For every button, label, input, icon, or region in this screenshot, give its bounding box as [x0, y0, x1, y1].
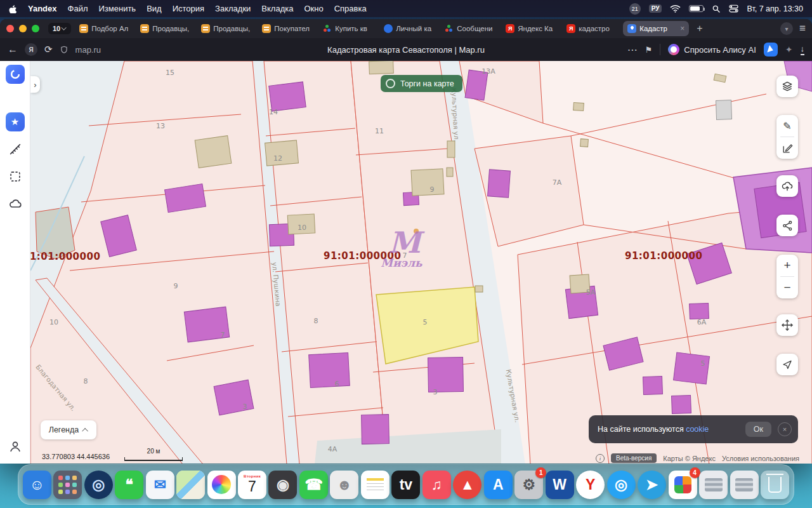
cadastral-map[interactable]: 1513141211109910877865334А13А7А5А6А591:0… [30, 61, 812, 464]
dock-icon-music[interactable]: ♫ [422, 471, 451, 499]
browser-tab[interactable]: кадастро [562, 21, 621, 36]
battery-icon[interactable] [689, 5, 704, 12]
dock-icon-folder-2[interactable] [730, 471, 759, 499]
draw-button[interactable] [776, 115, 798, 137]
tab-counter[interactable]: 10 [48, 23, 71, 34]
auctions-on-map-toggle[interactable]: Торги на карте [381, 75, 462, 92]
browser-tab[interactable]: Личный ка [379, 21, 438, 36]
menubar-item[interactable]: Окно [304, 4, 323, 13]
dock-icon-mail[interactable]: ✉ [146, 471, 174, 499]
wifi-icon[interactable] [670, 4, 681, 13]
minimize-window-button[interactable] [19, 25, 27, 32]
browser-menu-button[interactable] [799, 22, 806, 35]
reload-button[interactable] [44, 44, 53, 55]
cookie-ok-button[interactable]: Ок [745, 422, 771, 437]
svg-text:12: 12 [273, 154, 282, 163]
browser-tab[interactable]: Кадастр [623, 21, 689, 36]
apple-logo-icon[interactable] [9, 4, 17, 13]
my-location-button[interactable] [776, 354, 798, 375]
terms-link[interactable]: Условия использования [722, 455, 799, 462]
menubar-item[interactable]: Справка [334, 4, 367, 13]
share-button[interactable] [776, 215, 798, 236]
select-area-tool-icon[interactable] [6, 167, 25, 186]
dock-icon-word[interactable]: W [546, 471, 574, 499]
cloud-upload-button[interactable] [776, 175, 798, 197]
tab-close-icon[interactable] [680, 24, 684, 33]
dock-icon-trash[interactable] [761, 471, 789, 499]
new-tab-button[interactable] [693, 23, 706, 34]
profile-icon[interactable] [6, 437, 25, 456]
dock-icon-telemost[interactable]: ◎ [607, 471, 636, 499]
downloads-button[interactable] [801, 44, 805, 55]
menubar-clock[interactable]: Вт, 7 апр. 13:30 [747, 4, 803, 13]
back-button[interactable] [8, 44, 18, 55]
status-badge[interactable]: 21 [629, 3, 641, 15]
input-language-indicator[interactable]: РУ [649, 4, 662, 13]
browser-tab[interactable]: Сообщени [440, 21, 499, 36]
browser-tab[interactable]: Подбор Ал [75, 21, 134, 36]
info-icon[interactable]: i [596, 454, 605, 463]
map-viewport[interactable]: 1513141211109910877865334А13А7А5А6А591:0… [30, 61, 812, 464]
zoom-in-button[interactable] [776, 255, 798, 276]
zoom-window-button[interactable] [32, 25, 39, 32]
dock-icon-tv[interactable]: tv [391, 471, 420, 499]
alice-sidebar-icon[interactable] [6, 65, 25, 84]
dock-icon-maps[interactable] [176, 471, 205, 499]
control-center-icon[interactable] [729, 4, 738, 13]
menubar-item[interactable]: Закладки [215, 4, 251, 13]
menubar-item[interactable]: Вкладка [261, 4, 293, 13]
browser-tab[interactable]: Яндекс Ка [501, 21, 560, 36]
bookmark-flag-icon[interactable] [645, 45, 653, 55]
layers-button[interactable] [776, 76, 798, 97]
browser-tab[interactable]: Покупател [258, 21, 317, 36]
dock-icon-yandex-browser[interactable]: Y [576, 471, 605, 499]
menubar-item[interactable]: Файл [68, 4, 88, 13]
map-copyright[interactable]: Карты © Яндекс [663, 455, 716, 462]
dock-icon-messages[interactable]: ❝ [115, 471, 143, 499]
yandex-quick-button[interactable] [764, 43, 778, 57]
ask-alice-button[interactable]: Спросить Алису AI [668, 44, 756, 55]
dock-icon-launchpad[interactable] [53, 471, 82, 499]
dock-icon-phone[interactable]: ☎ [299, 471, 328, 499]
browser-tab[interactable]: Продавцы, [136, 21, 195, 36]
dock-icon-rocket[interactable]: ▲ [453, 471, 481, 499]
menubar-item[interactable]: История [173, 4, 204, 13]
zoom-out-button[interactable] [776, 277, 798, 298]
dock-icon-folder-1[interactable] [699, 471, 728, 499]
dock-icon-calendar[interactable]: Вторник7 [238, 471, 266, 499]
dock-icon-settings[interactable]: ⚙1 [514, 471, 543, 499]
dock-icon-app-store[interactable]: A [484, 471, 513, 499]
svg-text:9: 9 [430, 185, 435, 194]
dock-icon-browser-app[interactable]: ◎ [84, 471, 113, 499]
dock-icon-services-grid[interactable]: 4 [669, 471, 697, 499]
menubar-item[interactable]: Вид [147, 4, 162, 13]
browser-tab[interactable]: Купить кв [318, 21, 377, 36]
auctions-toggle-label: Торги на карте [400, 79, 454, 88]
tab-sync-button[interactable] [780, 22, 793, 35]
more-actions-button[interactable] [627, 44, 638, 56]
dock-icon-contacts[interactable]: ☻ [330, 471, 358, 499]
beta-badge: Beta-версия [611, 453, 657, 463]
browser-tab[interactable]: Продавцы, [197, 21, 256, 36]
sidebar-expander-button[interactable] [30, 76, 40, 93]
dock-icon-finder[interactable]: ☺ [23, 471, 51, 499]
measure-tool-icon[interactable] [6, 140, 25, 159]
dock-icon-notes[interactable] [361, 471, 390, 499]
legend-button[interactable]: Легенда [41, 420, 96, 439]
close-window-button[interactable] [6, 25, 14, 32]
dock-icon-photos[interactable] [207, 471, 236, 499]
cookie-link[interactable]: cookie [686, 425, 709, 434]
dock-icon-telegram[interactable]: ➤ [638, 471, 666, 499]
dock-icon-camera[interactable]: ◉ [268, 471, 297, 499]
cookie-close-button[interactable] [778, 422, 792, 436]
spotlight-search-icon[interactable] [712, 4, 721, 13]
menubar-item[interactable]: Изменить [99, 4, 136, 13]
pan-button[interactable] [776, 314, 798, 336]
extension-icon[interactable] [785, 44, 793, 55]
edit-object-button[interactable] [776, 137, 798, 159]
cloud-tool-icon[interactable] [6, 194, 25, 213]
site-icon[interactable]: Я [25, 43, 37, 56]
protect-shield-icon[interactable] [60, 45, 69, 55]
bookmarks-sidebar-icon[interactable] [6, 112, 25, 131]
url-domain[interactable]: map.ru [75, 45, 101, 55]
